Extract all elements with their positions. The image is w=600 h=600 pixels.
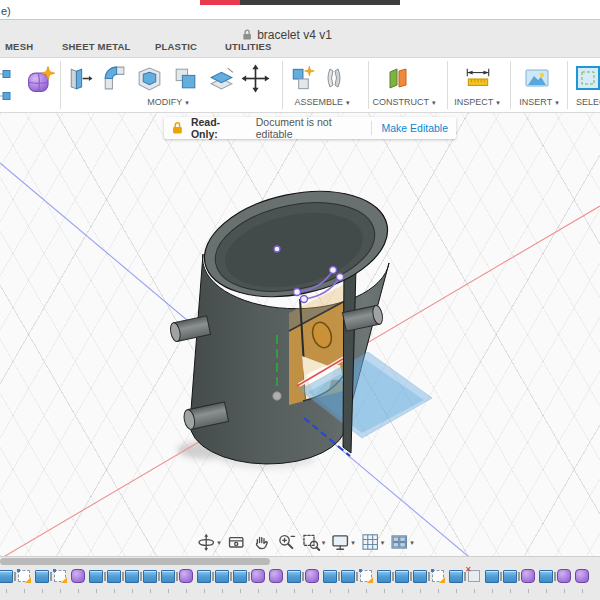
timeline-tick xyxy=(510,589,511,593)
timeline-feature-extrude[interactable] xyxy=(161,570,175,583)
timeline xyxy=(0,556,600,600)
timeline-tick xyxy=(456,589,457,593)
timeline-feature-extrude[interactable] xyxy=(233,570,247,583)
timeline-feature-extrude[interactable] xyxy=(341,570,355,583)
timeline-ticks xyxy=(0,589,600,593)
timeline-scrollbar[interactable] xyxy=(0,557,600,566)
timeline-feature-form[interactable] xyxy=(521,569,535,583)
timeline-feature-form[interactable] xyxy=(179,569,193,583)
zoom-button[interactable] xyxy=(276,532,296,552)
app-titlebar: bracelet v4 v1 MESH SHEET METAL PLASTIC … xyxy=(0,19,600,58)
timeline-tick xyxy=(96,589,97,593)
timeline-tick xyxy=(258,589,259,593)
make-editable-link[interactable]: Make Editable xyxy=(381,122,448,134)
construct-plane-button[interactable] xyxy=(384,64,412,92)
timeline-feature-extrude[interactable] xyxy=(89,570,103,583)
timeline-feature-extrude[interactable] xyxy=(287,570,301,583)
move-button[interactable] xyxy=(241,64,270,93)
origin-point[interactable] xyxy=(273,392,281,400)
orbit-button[interactable]: ▾ xyxy=(196,532,221,552)
measure-button[interactable] xyxy=(463,64,493,94)
tab-mesh[interactable]: MESH xyxy=(5,41,33,52)
timeline-tick xyxy=(294,589,295,593)
tab-plastic[interactable]: PLASTIC xyxy=(155,41,197,52)
timeline-feature-form[interactable] xyxy=(557,569,571,583)
timeline-feature-extrude[interactable] xyxy=(395,570,409,583)
select-dropdown[interactable]: SELECT ▾ xyxy=(576,97,600,107)
inspect-dropdown[interactable]: INSPECT ▾ xyxy=(454,97,500,107)
timeline-feature-extrude[interactable] xyxy=(485,570,499,583)
timeline-feature-sketch[interactable] xyxy=(18,570,30,582)
timeline-feature-extrude[interactable] xyxy=(0,570,13,583)
construct-dropdown[interactable]: CONSTRUCT ▾ xyxy=(372,97,435,107)
joint-button[interactable] xyxy=(320,64,348,92)
assemble-dropdown[interactable]: ASSEMBLE ▾ xyxy=(294,97,349,107)
timeline-feature-extrude[interactable] xyxy=(197,570,211,583)
pan-button[interactable] xyxy=(251,532,271,552)
document-title: bracelet v4 v1 xyxy=(257,28,332,42)
toolbar-divider xyxy=(510,61,511,109)
timeline-feature-sketch[interactable] xyxy=(432,570,444,582)
timeline-tick xyxy=(564,589,565,593)
timeline-feature-extrude[interactable] xyxy=(449,570,463,583)
chevron-down-icon: ▾ xyxy=(410,539,414,546)
insert-image-button[interactable] xyxy=(523,64,551,92)
chevron-down-icon: ▾ xyxy=(217,539,221,546)
chevron-down-icon: ▾ xyxy=(346,99,350,106)
tab-sheet-metal[interactable]: SHEET METAL xyxy=(62,41,131,52)
timeline-feature-extrude[interactable] xyxy=(125,570,139,583)
toolbar-divider xyxy=(60,61,61,109)
grid-display-button[interactable]: ▾ xyxy=(360,532,385,552)
timeline-feature-extrude[interactable] xyxy=(539,570,553,583)
viewports-button[interactable]: ▾ xyxy=(389,532,414,552)
timeline-feature-extrude[interactable] xyxy=(413,570,427,583)
timeline-feature-extrude[interactable] xyxy=(377,570,391,583)
timeline-feature-form[interactable] xyxy=(575,569,589,583)
timeline-feature-form[interactable] xyxy=(71,569,85,583)
tab-utilities[interactable]: UTILITIES xyxy=(225,41,272,52)
toolbar-divider xyxy=(567,61,568,109)
toolbar-divider xyxy=(447,61,448,109)
timeline-feature-form[interactable] xyxy=(305,569,319,583)
offset-face-button[interactable] xyxy=(207,64,236,93)
timeline-feature-delete[interactable] xyxy=(468,570,480,582)
timeline-feature-extrude[interactable] xyxy=(35,570,49,583)
overflow-title: e) xyxy=(1,5,11,17)
timeline-feature-form[interactable] xyxy=(269,569,283,583)
3d-canvas[interactable] xyxy=(0,113,600,556)
readonly-banner: Read-Only: Document is not editable Make… xyxy=(164,117,456,139)
timeline-feature-extrude[interactable] xyxy=(143,570,157,583)
timeline-feature-extrude[interactable] xyxy=(503,570,517,583)
timeline-feature-form[interactable] xyxy=(251,569,265,583)
shell-button[interactable] xyxy=(135,64,164,93)
timeline-tick xyxy=(114,589,115,593)
select-button[interactable] xyxy=(574,64,600,92)
modify-dropdown[interactable]: MODIFY ▾ xyxy=(147,97,189,107)
timeline-tick xyxy=(60,589,61,593)
timeline-tick xyxy=(330,589,331,593)
combine-button[interactable] xyxy=(171,64,200,93)
ribbon-tabs: MESH SHEET METAL PLASTIC UTILITIES xyxy=(0,41,600,55)
new-component-button[interactable] xyxy=(289,64,319,94)
timeline-tick xyxy=(366,589,367,593)
timeline-feature-extrude[interactable] xyxy=(107,570,121,583)
timeline-tick xyxy=(42,589,43,593)
press-pull-button[interactable] xyxy=(64,64,93,93)
look-at-button[interactable] xyxy=(226,532,246,552)
create-form-button[interactable] xyxy=(24,64,56,96)
timeline-scrollbar-thumb[interactable] xyxy=(0,558,270,565)
timeline-tick xyxy=(132,589,133,593)
timeline-feature-sketch[interactable] xyxy=(54,570,66,582)
group-label-text: SELECT xyxy=(576,97,600,107)
timeline-feature-extrude[interactable] xyxy=(323,570,337,583)
zoom-window-button[interactable]: ▾ xyxy=(301,532,326,552)
display-settings-button[interactable]: ▾ xyxy=(330,532,355,552)
clipped-create-icon[interactable] xyxy=(0,66,12,106)
timeline-tick xyxy=(276,589,277,593)
timeline-tick xyxy=(168,589,169,593)
insert-dropdown[interactable]: INSERT ▾ xyxy=(519,97,558,107)
timeline-feature-sketch[interactable] xyxy=(360,570,372,582)
viewport[interactable]: Read-Only: Document is not editable Make… xyxy=(0,113,600,556)
timeline-feature-extrude[interactable] xyxy=(215,570,229,583)
fillet-button[interactable] xyxy=(99,64,128,93)
